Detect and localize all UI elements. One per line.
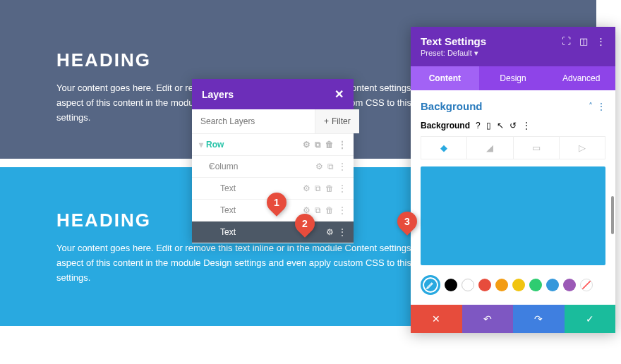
gear-icon[interactable]: ⚙	[303, 140, 310, 150]
scrollbar[interactable]	[611, 196, 614, 234]
swatch-purple[interactable]	[563, 279, 576, 291]
settings-title: Text Settings	[421, 35, 486, 47]
swatch-blue[interactable]	[546, 279, 559, 291]
settings-header: Text Settings ⛶ ◫ ⋮ Preset: Default ▾	[411, 27, 615, 66]
gear-icon[interactable]: ⚙	[303, 183, 310, 193]
swatch-green[interactable]	[529, 279, 542, 291]
settings-panel: Text Settings ⛶ ◫ ⋮ Preset: Default ▾ Co…	[411, 27, 615, 333]
layer-row-column[interactable]: ▾ Column ⚙ ⧉ ⋮	[192, 156, 354, 178]
layer-row-row[interactable]: ▾ Row ⚙ ⧉ 🗑 ⋮	[192, 134, 354, 156]
more-icon[interactable]: ⋮	[522, 121, 531, 131]
redo-button[interactable]: ↷	[513, 305, 565, 333]
settings-body: Background ˄ ⋮ Background ? ▯ ↖ ↺ ⋮ ◆ ◢ …	[411, 90, 615, 305]
filter-button[interactable]: + Filter	[315, 109, 359, 133]
gear-icon[interactable]: ⚙	[315, 162, 323, 171]
background-type-tabs: ◆ ◢ ▭ ▷	[421, 136, 605, 159]
more-icon[interactable]: ⋮	[597, 102, 605, 111]
background-label: Background	[421, 121, 470, 131]
caret-down-icon: ▾	[199, 162, 209, 171]
tab-content[interactable]: Content	[411, 66, 479, 90]
layers-title: Layers	[202, 89, 234, 100]
duplicate-icon[interactable]: ⧉	[315, 183, 321, 193]
layer-row-text-selected[interactable]: Text ⚙ ⋮	[192, 222, 354, 243]
more-icon[interactable]: ⋮	[338, 227, 346, 237]
expand-icon[interactable]: ⛶	[562, 36, 571, 47]
more-icon[interactable]: ⋮	[338, 205, 346, 215]
chevron-up-icon[interactable]: ˄	[589, 102, 593, 111]
trash-icon[interactable]: 🗑	[325, 183, 334, 193]
cancel-button[interactable]: ✕	[411, 305, 462, 333]
background-label-row: Background ? ▯ ↖ ↺ ⋮	[421, 121, 605, 131]
eyedropper-icon	[426, 280, 435, 290]
save-button[interactable]: ✓	[565, 305, 616, 333]
settings-tabs: Content Design Advanced	[411, 66, 615, 90]
section-title: Background	[421, 100, 483, 112]
more-icon[interactable]: ⋮	[338, 162, 346, 171]
duplicate-icon[interactable]: ⧉	[327, 162, 334, 171]
swatch-transparent[interactable]	[580, 279, 593, 291]
more-icon[interactable]: ⋮	[338, 140, 346, 150]
swatch-orange[interactable]	[495, 279, 508, 291]
layers-header: Layers ✕	[192, 79, 354, 109]
snap-icon[interactable]: ◫	[579, 36, 588, 47]
layers-panel: Layers ✕ + Filter ▾ Row ⚙ ⧉ 🗑 ⋮ ▾ Column…	[192, 79, 354, 243]
action-bar: ✕ ↶ ↷ ✓	[411, 305, 615, 333]
more-icon[interactable]: ⋮	[596, 36, 605, 47]
undo-button[interactable]: ↶	[462, 305, 514, 333]
plus-icon: +	[324, 116, 329, 126]
trash-icon[interactable]: 🗑	[325, 205, 334, 215]
help-icon[interactable]: ?	[476, 121, 481, 131]
layers-search-row: + Filter	[192, 109, 354, 134]
tab-advanced[interactable]: Advanced	[547, 66, 615, 90]
duplicate-icon[interactable]: ⧉	[315, 205, 321, 215]
bg-tab-video[interactable]: ▷	[560, 137, 605, 159]
color-picker-button[interactable]	[421, 275, 440, 295]
swatch-white[interactable]	[462, 279, 474, 291]
color-swatch-row	[421, 275, 605, 295]
bg-tab-gradient[interactable]: ◢	[467, 137, 513, 159]
preset-selector[interactable]: Preset: Default ▾	[421, 49, 605, 58]
tab-design[interactable]: Design	[479, 66, 548, 90]
gear-icon[interactable]: ⚙	[326, 227, 334, 237]
bg-tab-color[interactable]: ◆	[421, 137, 467, 159]
reset-icon[interactable]: ↺	[510, 121, 517, 131]
swatch-yellow[interactable]	[512, 279, 525, 291]
duplicate-icon[interactable]: ⧉	[315, 140, 321, 150]
hover-icon[interactable]: ↖	[497, 121, 504, 131]
trash-icon[interactable]: 🗑	[325, 140, 334, 150]
close-icon[interactable]: ✕	[334, 87, 344, 101]
caret-down-icon: ▾	[199, 140, 206, 150]
swatch-black[interactable]	[445, 279, 457, 291]
search-input[interactable]	[192, 109, 315, 133]
more-icon[interactable]: ⋮	[338, 183, 346, 193]
swatch-red[interactable]	[478, 279, 491, 291]
phone-icon[interactable]: ▯	[486, 121, 491, 131]
bg-tab-image[interactable]: ▭	[514, 137, 560, 159]
background-preview[interactable]	[421, 166, 605, 265]
